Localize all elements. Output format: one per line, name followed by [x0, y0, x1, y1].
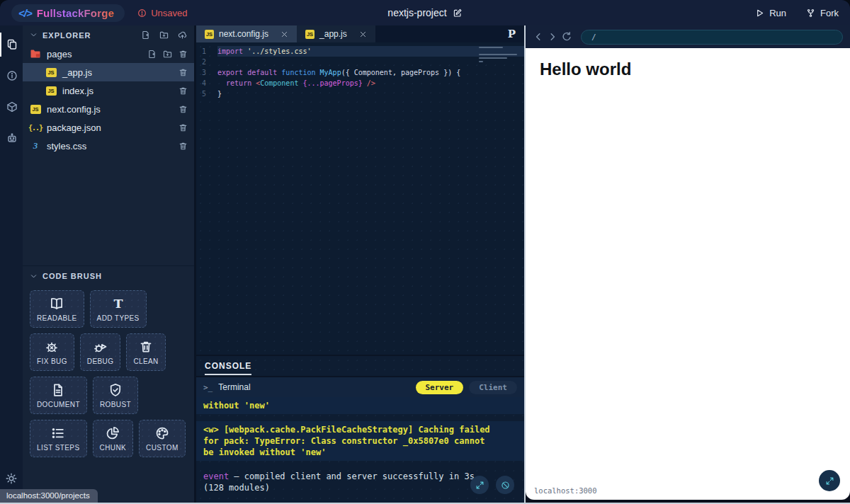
- file-row-actions: [178, 86, 194, 96]
- console-tab[interactable]: CONSOLE: [205, 361, 251, 371]
- editor-tab-next.config.js[interactable]: JSnext.config.js: [196, 25, 297, 42]
- code-editor[interactable]: 1import '../styles.css'23export default …: [196, 42, 524, 355]
- activity-item-info[interactable]: [0, 64, 23, 88]
- expand-console-button[interactable]: [470, 476, 489, 494]
- activity-item-files[interactable]: [0, 33, 23, 57]
- client-toggle[interactable]: Client: [469, 381, 517, 394]
- file-row-actions: [178, 68, 194, 77]
- brush-debug-button[interactable]: DEBUG: [80, 333, 121, 371]
- editor-tab-_app.js[interactable]: JS_app.js: [297, 25, 375, 42]
- log-event-prefix: event: [203, 471, 229, 481]
- explorer-spacer: [23, 155, 194, 265]
- new-file-icon[interactable]: [141, 30, 150, 40]
- file-name: styles.css: [47, 141, 86, 151]
- forward-icon[interactable]: [547, 31, 558, 42]
- code-line: 1import '../styles.css': [196, 46, 524, 57]
- activity-item-packages[interactable]: [0, 95, 23, 119]
- brush-robust-button[interactable]: ROBUST: [93, 377, 138, 414]
- theme-toggle-sun-icon[interactable]: [6, 473, 17, 484]
- new-file-icon[interactable]: [147, 50, 157, 59]
- document-icon: [51, 383, 65, 397]
- file-name: package.json: [47, 122, 101, 133]
- file-name: _app.js: [62, 67, 92, 78]
- preview-pane: Hello world localhost:3000: [526, 25, 850, 503]
- brand-name: FullstackForge: [37, 7, 115, 19]
- link-status-tooltip: localhost:3000/projects: [0, 489, 98, 503]
- explorer-title: EXPLORER: [42, 31, 91, 40]
- file-row-next.config.js[interactable]: JSnext.config.js: [23, 100, 194, 118]
- clear-console-button[interactable]: [496, 476, 514, 494]
- brush-clean-button[interactable]: CLEAN: [126, 333, 165, 371]
- palette-icon: [155, 426, 169, 440]
- js-icon: JS: [305, 30, 314, 39]
- server-toggle[interactable]: Server: [416, 381, 464, 394]
- fork-button[interactable]: Fork: [806, 8, 839, 18]
- brush-label: DOCUMENT: [37, 401, 80, 408]
- run-button[interactable]: Run: [755, 8, 786, 18]
- chevron-down-icon[interactable]: [30, 273, 38, 280]
- url-bar[interactable]: [581, 30, 843, 45]
- book-icon: [50, 297, 64, 311]
- fork-icon: [806, 8, 815, 18]
- edit-project-icon[interactable]: [453, 8, 463, 18]
- folder-icon: [30, 48, 41, 59]
- expand-preview-button[interactable]: [819, 470, 840, 491]
- close-icon[interactable]: [359, 30, 367, 38]
- file-name: pages: [47, 49, 72, 59]
- brush-label: FIX BUG: [37, 357, 67, 365]
- js-icon: JS: [45, 85, 57, 96]
- minimap[interactable]: [479, 47, 518, 62]
- new-folder-icon[interactable]: [163, 50, 172, 59]
- unsaved-badge: Unsaved: [137, 8, 187, 18]
- terminal-row: >_ Terminal Server Client: [196, 377, 524, 397]
- tab-label: next.config.js: [219, 29, 268, 39]
- file-row-actions: [178, 105, 194, 114]
- brush-document-button[interactable]: DOCUMENT: [30, 377, 87, 414]
- url-input[interactable]: [590, 32, 834, 42]
- svg-text:T: T: [113, 297, 123, 311]
- brush-custom-button[interactable]: CUSTOM: [139, 420, 186, 457]
- run-label: Run: [769, 8, 786, 18]
- console-log-entry: without 'new': [196, 397, 524, 414]
- close-icon[interactable]: [280, 30, 288, 38]
- brush-chunk-button[interactable]: CHUNK: [93, 420, 134, 457]
- chevron-down-icon[interactable]: [30, 31, 38, 39]
- line-number: 4: [196, 78, 217, 88]
- new-folder-icon[interactable]: [159, 30, 169, 40]
- brush-label: DEBUG: [87, 357, 114, 365]
- brush-add-types-button[interactable]: TADD TYPES: [90, 290, 147, 328]
- brush-fix-bug-button[interactable]: FIX BUG: [30, 333, 74, 371]
- brush-readable-button[interactable]: READABLE: [30, 290, 84, 328]
- trash-icon: [139, 340, 153, 354]
- prettier-badge[interactable]: P: [508, 25, 524, 42]
- trash-icon[interactable]: [178, 105, 188, 114]
- upload-icon[interactable]: [178, 30, 187, 40]
- file-row-pages[interactable]: pages: [23, 45, 194, 63]
- explorer-panel: EXPLORER pagesJS_app.jsJSindex.jsJSnext.…: [23, 25, 196, 503]
- trash-icon[interactable]: [178, 142, 188, 151]
- app-window: </> FullstackForge Unsaved nextjs-projec…: [0, 0, 850, 504]
- preview-heading: Hello world: [540, 59, 850, 79]
- code-brush-section: CODE BRUSH READABLETADD TYPESFIX BUGDEBU…: [23, 265, 194, 462]
- trash-icon[interactable]: [178, 86, 188, 96]
- activity-bar: [0, 25, 23, 503]
- trash-icon[interactable]: [178, 50, 188, 59]
- tab-label: _app.js: [319, 29, 347, 39]
- trash-icon[interactable]: [178, 68, 188, 77]
- js-icon: JS: [205, 30, 214, 39]
- editor-tab-bar: JSnext.config.jsJS_app.js P: [196, 25, 524, 42]
- file-row-styles.css[interactable]: 3styles.css: [23, 137, 194, 155]
- activity-item-assistant[interactable]: [0, 126, 23, 150]
- brush-list-steps-button[interactable]: LIST STEPS: [30, 420, 87, 457]
- top-bar: </> FullstackForge Unsaved nextjs-projec…: [0, 0, 850, 25]
- line-number: 2: [196, 57, 217, 67]
- refresh-icon[interactable]: [561, 31, 572, 42]
- file-row-index.js[interactable]: JSindex.js: [23, 81, 194, 100]
- file-row-_app.js[interactable]: JS_app.js: [23, 63, 194, 81]
- file-row-package.json[interactable]: {..}package.json: [23, 118, 194, 137]
- clear-icon: [501, 481, 510, 490]
- trash-icon[interactable]: [178, 123, 188, 132]
- shield-check-icon: [108, 383, 123, 397]
- back-icon[interactable]: [533, 31, 544, 42]
- terminal-icon: >_: [203, 383, 212, 392]
